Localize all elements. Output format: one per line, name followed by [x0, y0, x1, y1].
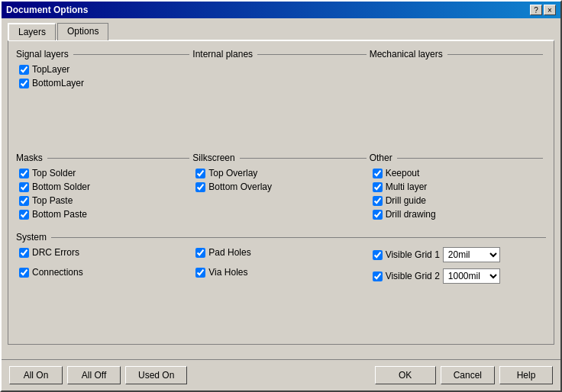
internal-planes-section: Internal planes: [192, 49, 369, 92]
visible-grid2-label[interactable]: Visible Grid 2: [386, 271, 440, 281]
visible-grid1-item: Visible Grid 1 20mil 1mil 5mil 10mil 50m…: [370, 247, 543, 262]
other-section: Other Keepout Multi layer Drill guide: [370, 153, 546, 223]
tab-options[interactable]: Options: [57, 23, 108, 40]
drill-drawing-checkbox[interactable]: [373, 210, 383, 220]
system-section: System DRC Errors Connections: [16, 232, 546, 287]
drill-guide-checkbox[interactable]: [373, 196, 383, 206]
via-holes-item: Via Holes: [192, 267, 366, 278]
top-paste-item: Top Paste: [16, 195, 189, 206]
signal-layers-section: Signal layers TopLayer BottomLayer: [16, 49, 192, 92]
multi-layer-checkbox[interactable]: [373, 182, 383, 192]
via-holes-checkbox[interactable]: [195, 268, 205, 278]
bottom-overlay-item: Bottom Overlay: [192, 182, 366, 192]
mechanical-layers-section: Mechanical layers: [370, 49, 546, 92]
bottomlayer-checkbox[interactable]: [19, 79, 29, 88]
multi-layer-item: Multi layer: [370, 182, 543, 192]
cancel-button[interactable]: Cancel: [441, 366, 495, 384]
tab-layers[interactable]: Layers: [8, 23, 56, 40]
drc-errors-checkbox[interactable]: [19, 248, 29, 258]
keepout-checkbox[interactable]: [373, 169, 383, 178]
keepout-label[interactable]: Keepout: [386, 168, 420, 178]
top-solder-checkbox[interactable]: [19, 169, 29, 178]
drc-errors-label[interactable]: DRC Errors: [32, 247, 79, 258]
system-title: System: [16, 232, 546, 243]
internal-planes-title: Internal planes: [192, 49, 366, 59]
connections-checkbox[interactable]: [19, 268, 29, 278]
visible-grid1-dropdown[interactable]: 20mil 1mil 5mil 10mil 50mil 100mil: [443, 247, 500, 262]
signal-layers-title: Signal layers: [16, 49, 189, 59]
drill-drawing-label[interactable]: Drill drawing: [386, 209, 436, 220]
toplayer-checkbox[interactable]: [19, 65, 29, 75]
bottom-overlay-label[interactable]: Bottom Overlay: [208, 182, 272, 192]
via-holes-label[interactable]: Via Holes: [208, 267, 247, 278]
drc-errors-item: DRC Errors: [16, 247, 189, 258]
system-left: DRC Errors Connections: [16, 247, 192, 287]
visible-grid2-checkbox[interactable]: [373, 272, 383, 281]
silkscreen-section: Silkscreen Top Overlay Bottom Overlay: [192, 153, 369, 223]
top-solder-label[interactable]: Top Solder: [32, 168, 76, 178]
system-middle: Pad Holes Via Holes: [192, 247, 369, 287]
footer: All On All Off Used On OK Cancel Help: [2, 359, 560, 390]
visible-grid1-checkbox[interactable]: [373, 250, 383, 260]
all-off-button[interactable]: All Off: [67, 366, 121, 384]
top-overlay-checkbox[interactable]: [195, 169, 205, 178]
silkscreen-title: Silkscreen: [192, 153, 366, 163]
bottomlayer-label[interactable]: BottomLayer: [32, 78, 84, 88]
bottom-paste-label[interactable]: Bottom Paste: [32, 209, 87, 220]
close-title-button[interactable]: ×: [544, 5, 556, 15]
masks-section: Masks Top Solder Bottom Solder Top Paste: [16, 153, 192, 223]
document-options-window: Document Options ? × Layers Options Sign…: [0, 0, 562, 392]
pad-holes-item: Pad Holes: [192, 247, 366, 258]
system-content: DRC Errors Connections Pad Holes: [16, 247, 546, 287]
used-on-button[interactable]: Used On: [125, 366, 187, 384]
middle-sections: Masks Top Solder Bottom Solder Top Paste: [16, 153, 546, 223]
toplayer-label[interactable]: TopLayer: [32, 64, 69, 75]
bottom-solder-label[interactable]: Bottom Solder: [32, 182, 90, 192]
bottom-overlay-checkbox[interactable]: [195, 182, 205, 192]
pad-holes-label[interactable]: Pad Holes: [208, 247, 250, 258]
visible-grid1-label[interactable]: Visible Grid 1: [386, 249, 440, 260]
title-bar-buttons: ? ×: [530, 5, 556, 15]
system-right: Visible Grid 1 20mil 1mil 5mil 10mil 50m…: [370, 247, 546, 287]
top-solder-item: Top Solder: [16, 168, 189, 178]
multi-layer-label[interactable]: Multi layer: [386, 182, 428, 192]
masks-title: Masks: [16, 153, 189, 163]
top-paste-label[interactable]: Top Paste: [32, 195, 73, 206]
window-title: Document Options: [6, 5, 88, 15]
bottom-paste-item: Bottom Paste: [16, 209, 189, 220]
connections-item: Connections: [16, 267, 189, 278]
bottom-solder-checkbox[interactable]: [19, 182, 29, 192]
all-on-button[interactable]: All On: [9, 366, 63, 384]
visible-grid2-item: Visible Grid 2 1000mil 100mil 200mil 500…: [370, 268, 543, 284]
visible-grid2-dropdown[interactable]: 1000mil 100mil 200mil 500mil: [443, 268, 500, 284]
bottom-paste-checkbox[interactable]: [19, 210, 29, 220]
title-bar: Document Options ? ×: [2, 2, 560, 18]
drill-guide-item: Drill guide: [370, 195, 543, 206]
connections-label[interactable]: Connections: [32, 267, 83, 278]
tab-bar: Layers Options: [8, 23, 554, 40]
bottom-solder-item: Bottom Solder: [16, 182, 189, 192]
other-title: Other: [370, 153, 543, 163]
tab-content-layers: Signal layers TopLayer BottomLayer Inter…: [8, 40, 554, 345]
keepout-item: Keepout: [370, 168, 543, 178]
drill-guide-label[interactable]: Drill guide: [386, 195, 426, 206]
mechanical-layers-title: Mechanical layers: [370, 49, 543, 59]
top-paste-checkbox[interactable]: [19, 196, 29, 206]
toplayer-item: TopLayer: [16, 64, 189, 75]
help-button[interactable]: Help: [499, 366, 553, 384]
help-title-button[interactable]: ?: [530, 5, 542, 15]
bottomlayer-item: BottomLayer: [16, 78, 189, 88]
top-overlay-item: Top Overlay: [192, 168, 366, 178]
pad-holes-checkbox[interactable]: [195, 248, 205, 258]
content-area: Layers Options Signal layers TopLayer: [2, 18, 560, 349]
top-overlay-label[interactable]: Top Overlay: [208, 168, 257, 178]
top-sections: Signal layers TopLayer BottomLayer Inter…: [16, 49, 546, 92]
ok-button[interactable]: OK: [375, 366, 436, 384]
drill-drawing-item: Drill drawing: [370, 209, 543, 220]
